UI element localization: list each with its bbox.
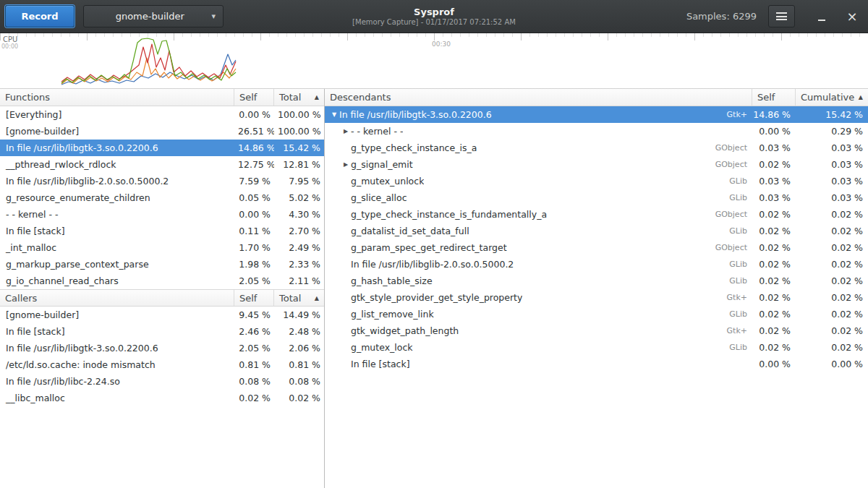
tree-row[interactable]: gtk_style_provider_get_style_propertyGtk… <box>325 289 868 306</box>
minimize-button[interactable] <box>811 6 833 27</box>
row-total-value: 2.70 % <box>274 226 324 236</box>
column-header-total[interactable]: Total ▲ <box>274 290 324 306</box>
table-row[interactable]: - - kernel - -0.00 %4.30 % <box>0 206 324 223</box>
expander-collapsed-icon[interactable]: ▶ <box>341 128 351 134</box>
column-header-self[interactable]: Self <box>752 89 796 106</box>
column-label: Descendants <box>330 92 391 103</box>
function-name: g_list_remove_link <box>351 309 434 320</box>
column-header-functions[interactable]: Functions <box>0 89 234 106</box>
row-self-value: 14.86 % <box>234 142 274 153</box>
row-self-value: 0.02 % <box>752 209 796 220</box>
row-name: __pthread_rwlock_rdlock <box>0 159 234 170</box>
sysprof-window: Record gnome-builder ▾ Sysprof [Memory C… <box>0 0 868 488</box>
row-total-value: 14.49 % <box>274 309 324 320</box>
tree-row[interactable]: In file [stack]0.00 %0.00 % <box>325 356 868 372</box>
column-header-descendants[interactable]: Descendants <box>325 89 752 106</box>
column-header-self[interactable]: Self <box>234 89 274 106</box>
function-name: g_mutex_unlock <box>351 176 424 187</box>
tree-row-name-cell: ▶g_signal_emitGObject <box>325 159 752 170</box>
library-tag: GLib <box>723 226 752 236</box>
library-tag: GLib <box>723 309 752 319</box>
row-name: [gnome-builder] <box>0 126 234 137</box>
tree-row[interactable]: g_type_check_instance_is_fundamentally_a… <box>325 206 868 223</box>
column-header-self[interactable]: Self <box>234 290 274 306</box>
table-row[interactable]: In file /usr/lib/libgtk-3.so.0.2200.62.0… <box>0 340 324 356</box>
library-tag: Gtk+ <box>721 326 752 335</box>
process-selector-dropdown[interactable]: gnome-builder ▾ <box>83 5 224 27</box>
menu-button[interactable] <box>768 5 795 27</box>
table-row[interactable]: In file /usr/lib/libc-2.24.so0.08 %0.08 … <box>0 373 324 390</box>
row-name: /etc/ld.so.cache: inode mismatch <box>0 359 234 370</box>
table-row[interactable]: g_resource_enumerate_children0.05 %5.02 … <box>0 189 324 206</box>
row-self-value: 12.75 % <box>234 159 274 170</box>
library-tag: GObject <box>710 243 752 252</box>
table-row[interactable]: In file [stack]0.11 %2.70 % <box>0 223 324 239</box>
close-button[interactable]: × <box>841 6 863 27</box>
row-self-value: 0.02 % <box>752 259 796 270</box>
row-self-value: 0.02 % <box>752 292 796 303</box>
tree-row[interactable]: g_datalist_id_set_data_fullGLib0.02 %0.0… <box>325 223 868 239</box>
tree-row-name-cell: ▶- - kernel - - <box>325 126 752 137</box>
table-row[interactable]: __pthread_rwlock_rdlock12.75 %12.81 % <box>0 156 324 173</box>
table-row[interactable]: __libc_malloc0.02 %0.02 % <box>0 390 324 406</box>
row-cumulative-value: 0.29 % <box>796 126 868 137</box>
tree-row[interactable]: gtk_widget_path_lengthGtk+0.02 %0.02 % <box>325 322 868 339</box>
expander-collapsed-icon[interactable]: ▶ <box>341 161 351 168</box>
row-name: In file [stack] <box>0 226 234 236</box>
function-name: - - kernel - - <box>351 126 403 137</box>
tree-row[interactable]: g_param_spec_get_redirect_targetGObject0… <box>325 239 868 256</box>
tree-row-name-cell: g_datalist_id_set_data_fullGLib <box>325 226 752 236</box>
table-row[interactable]: [gnome-builder]26.51 %100.00 % <box>0 123 324 140</box>
table-row[interactable]: In file /usr/lib/libgtk-3.so.0.2200.614.… <box>0 140 324 156</box>
table-row[interactable]: In file [stack]2.46 %2.48 % <box>0 323 324 340</box>
functions-table-body: [Everything]0.00 %100.00 %[gnome-builder… <box>0 106 324 289</box>
row-name: In file [stack] <box>0 326 234 337</box>
tree-row[interactable]: ▶- - kernel - -0.00 %0.29 % <box>325 123 868 140</box>
table-row[interactable]: [Everything]0.00 %100.00 % <box>0 106 324 123</box>
table-row[interactable]: g_io_channel_read_chars2.05 %2.11 % <box>0 273 324 289</box>
library-tag: GLib <box>723 176 752 186</box>
tree-row[interactable]: In file /usr/lib/libglib-2.0.so.0.5000.2… <box>325 256 868 273</box>
column-header-callers[interactable]: Callers <box>0 290 234 306</box>
tree-row-name-cell: In file [stack] <box>325 359 752 369</box>
time-label-mid: 00:30 <box>432 40 451 48</box>
column-label: Functions <box>5 92 50 103</box>
tree-row[interactable]: g_mutex_unlockGLib0.03 %0.03 % <box>325 173 868 189</box>
column-header-total[interactable]: Total ▲ <box>274 89 324 106</box>
row-self-value: 1.98 % <box>234 259 274 270</box>
tree-row[interactable]: ▼In file /usr/lib/libgtk-3.so.0.2200.6Gt… <box>325 106 868 123</box>
row-self-value: 1.70 % <box>234 242 274 253</box>
library-tag: GLib <box>723 276 752 286</box>
row-cumulative-value: 0.02 % <box>796 342 868 353</box>
row-self-value: 0.02 % <box>234 393 274 403</box>
library-tag: GObject <box>710 160 752 169</box>
row-name: In file /usr/lib/libgtk-3.so.0.2200.6 <box>0 142 234 153</box>
row-cumulative-value: 0.02 % <box>796 325 868 336</box>
row-cumulative-value: 0.03 % <box>796 159 868 170</box>
tree-row[interactable]: g_slice_allocGLib0.03 %0.03 % <box>325 189 868 206</box>
row-total-value: 2.48 % <box>274 326 324 337</box>
left-panel: Functions Self Total ▲ [Everything]0.00 … <box>0 89 325 488</box>
library-tag: GLib <box>723 260 752 269</box>
function-name: gtk_widget_path_length <box>351 325 459 336</box>
table-row[interactable]: _int_malloc1.70 %2.49 % <box>0 239 324 256</box>
tree-row[interactable]: g_type_check_instance_is_aGObject0.03 %0… <box>325 140 868 156</box>
sort-indicator-icon: ▲ <box>859 94 863 100</box>
cpu-graph-area[interactable]: CPU 00:00 00:30 <box>0 33 868 89</box>
tree-row[interactable]: g_mutex_lockGLib0.02 %0.02 % <box>325 339 868 356</box>
row-self-value: 2.05 % <box>234 275 274 286</box>
row-self-value: 0.00 % <box>234 209 274 220</box>
tree-row[interactable]: g_hash_table_sizeGLib0.02 %0.02 % <box>325 273 868 289</box>
column-header-cumulative[interactable]: Cumulative ▲ <box>796 89 868 106</box>
function-name: In file /usr/lib/libgtk-3.so.0.2200.6 <box>339 109 492 120</box>
record-button[interactable]: Record <box>5 5 75 27</box>
table-row[interactable]: In file /usr/lib/libglib-2.0.so.0.5000.2… <box>0 173 324 189</box>
table-row[interactable]: g_markup_parse_context_parse1.98 %2.33 % <box>0 256 324 273</box>
tree-row[interactable]: g_list_remove_linkGLib0.02 %0.02 % <box>325 306 868 322</box>
table-row[interactable]: /etc/ld.so.cache: inode mismatch0.81 %0.… <box>0 356 324 373</box>
row-cumulative-value: 0.03 % <box>796 192 868 203</box>
tree-row[interactable]: ▶g_signal_emitGObject0.02 %0.03 % <box>325 156 868 173</box>
hamburger-icon <box>776 12 787 20</box>
expander-expanded-icon[interactable]: ▼ <box>329 111 339 118</box>
table-row[interactable]: [gnome-builder]9.45 %14.49 % <box>0 307 324 323</box>
